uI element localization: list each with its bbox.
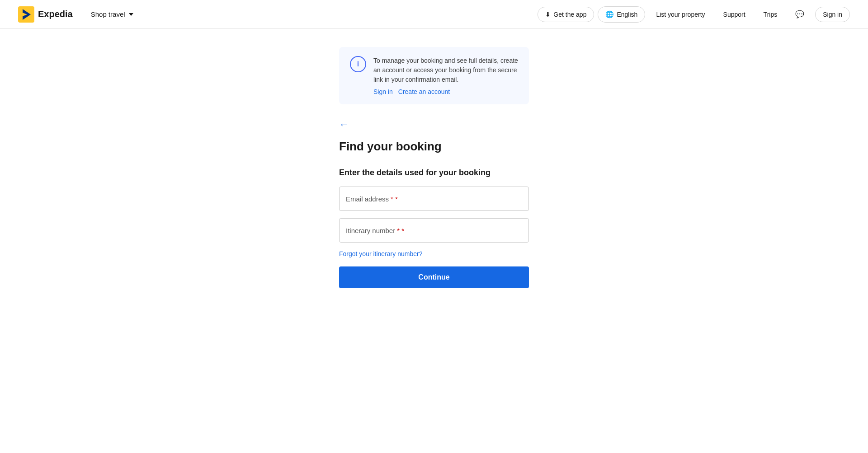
- page-title: Find your booking: [339, 140, 529, 154]
- info-banner-text: To manage your booking and see full deta…: [373, 56, 518, 84]
- sign-in-text-button[interactable]: Sign in: [815, 7, 850, 22]
- forgot-itinerary-link[interactable]: Forgot your itinerary number?: [339, 250, 422, 257]
- chevron-down-icon: [129, 13, 133, 16]
- list-property-button[interactable]: List your property: [649, 7, 712, 22]
- shop-travel-button[interactable]: Shop travel: [87, 9, 137, 20]
- trips-button[interactable]: Trips: [756, 7, 785, 22]
- expedia-logo-icon: [18, 6, 34, 23]
- globe-icon: 🌐: [605, 10, 614, 19]
- support-label: Support: [723, 11, 745, 18]
- list-property-label: List your property: [656, 11, 705, 18]
- email-input[interactable]: [340, 187, 528, 210]
- header-left: Expedia Shop travel: [18, 6, 137, 23]
- info-banner-links: Sign in Create an account: [373, 88, 518, 95]
- back-arrow-icon: ←: [339, 119, 349, 131]
- trips-label: Trips: [764, 11, 778, 18]
- logo-link[interactable]: Expedia: [18, 6, 73, 23]
- header-nav: ⬇ Get the app 🌐 English List your proper…: [538, 6, 850, 23]
- info-icon-label: i: [357, 60, 359, 68]
- site-header: Expedia Shop travel ⬇ Get the app 🌐 Engl…: [0, 0, 868, 29]
- sign-in-link[interactable]: Sign in: [373, 88, 393, 95]
- get-app-button[interactable]: ⬇ Get the app: [538, 7, 594, 22]
- itinerary-input[interactable]: [340, 219, 528, 242]
- create-account-link[interactable]: Create an account: [398, 88, 450, 95]
- sign-in-label: Sign in: [823, 11, 842, 18]
- form-container: ← Find your booking Enter the details us…: [339, 119, 529, 288]
- chat-icon: 💬: [795, 10, 804, 19]
- language-button[interactable]: 🌐 English: [598, 6, 645, 23]
- email-input-wrap: Email address* *: [339, 187, 529, 211]
- logo-text: Expedia: [38, 9, 73, 19]
- itinerary-form-group: Itinerary number* *: [339, 218, 529, 243]
- language-label: English: [617, 11, 637, 18]
- info-banner: i To manage your booking and see full de…: [339, 47, 529, 104]
- shop-travel-label: Shop travel: [91, 10, 125, 18]
- svg-rect-0: [18, 6, 34, 23]
- info-icon: i: [350, 56, 366, 72]
- download-icon: ⬇: [545, 11, 551, 18]
- sign-in-button[interactable]: 💬: [788, 6, 811, 22]
- back-button[interactable]: ←: [339, 119, 349, 131]
- get-app-label: Get the app: [553, 11, 586, 18]
- itinerary-input-wrap: Itinerary number* *: [339, 218, 529, 243]
- main-content: i To manage your booking and see full de…: [0, 29, 868, 306]
- form-subtitle: Enter the details used for your booking: [339, 168, 529, 177]
- email-form-group: Email address* *: [339, 187, 529, 211]
- info-banner-content: To manage your booking and see full deta…: [373, 56, 518, 95]
- support-button[interactable]: Support: [716, 7, 753, 22]
- continue-button[interactable]: Continue: [339, 266, 529, 288]
